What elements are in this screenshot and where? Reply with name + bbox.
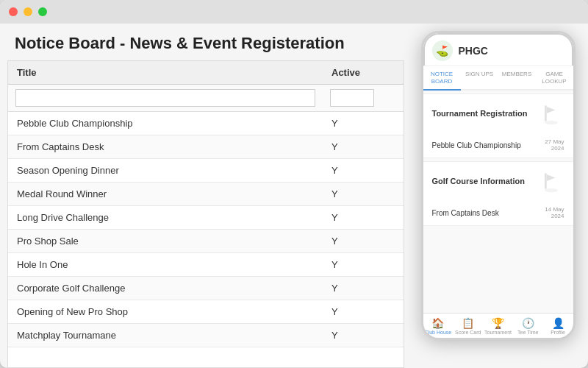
title-filter-input[interactable] — [15, 89, 315, 107]
golf-course-icon — [538, 168, 564, 194]
footer-score-card-label: Score Card — [455, 330, 481, 335]
row-title: Medal Round Winner — [8, 183, 323, 206]
phone-nav: NOTICEBOARD SIGN UPS MEMBERS GAMELOOKUP — [423, 66, 573, 91]
table-row[interactable]: Opening of New Pro Shop Y — [8, 300, 404, 324]
club-house-icon: 🏠 — [431, 318, 444, 328]
row-title: Opening of New Pro Shop — [8, 300, 323, 324]
table-row[interactable]: Hole In One Y — [8, 253, 404, 277]
col-title-header: Title — [8, 61, 323, 85]
captains-desk-date: 14 May2024 — [545, 206, 564, 219]
pebble-club-title: Pebble Club Championship — [432, 141, 521, 149]
row-title: Season Opening Dinner — [8, 159, 323, 183]
row-active: Y — [323, 183, 404, 206]
tournament-footer-icon: 🏆 — [492, 318, 504, 328]
svg-rect-2 — [545, 173, 547, 189]
row-active: Y — [323, 206, 404, 230]
svg-rect-0 — [545, 105, 547, 121]
footer-tournament[interactable]: 🏆 Tournament — [483, 318, 513, 335]
golf-course-section: Golf Course Information — [423, 161, 573, 200]
row-title: Hole In One — [8, 253, 323, 277]
table-row[interactable]: Corporate Golf Challenge Y — [8, 277, 404, 300]
footer-club-house[interactable]: 🏠 Club House — [423, 318, 453, 335]
row-title: From Captains Desk — [8, 135, 323, 159]
captains-desk-item[interactable]: From Captains Desk 14 May2024 — [423, 200, 573, 226]
row-title: Pebble Club Championship — [8, 112, 323, 135]
table-row[interactable]: Season Opening Dinner Y — [8, 159, 404, 183]
footer-tee-time[interactable]: 🕐 Tee Time — [513, 318, 543, 335]
phone-footer-nav: 🏠 Club House 📋 Score Card 🏆 Tournament 🕐… — [423, 313, 573, 338]
table-row[interactable]: Pro Shop Sale Y — [8, 230, 404, 253]
footer-tee-time-label: Tee Time — [517, 330, 538, 335]
row-title: Corporate Golf Challenge — [8, 277, 323, 300]
left-panel: Notice Board - News & Event Registeratio… — [0, 24, 412, 368]
footer-profile-label: Profile — [551, 330, 565, 335]
row-active: Y — [323, 159, 404, 183]
close-button[interactable] — [9, 7, 18, 16]
phone-mockup: ⛳ PHGC NOTICEBOARD SIGN UPS MEMBERS GAME… — [421, 31, 576, 340]
row-active: Y — [323, 230, 404, 253]
row-active: Y — [323, 324, 404, 347]
phone-app-name: PHGC — [459, 45, 488, 57]
profile-icon: 👤 — [552, 318, 564, 328]
footer-tournament-label: Tournament — [484, 330, 512, 335]
main-content: Notice Board - News & Event Registeratio… — [0, 24, 588, 368]
tournament-icon — [538, 100, 564, 127]
svg-point-3 — [545, 188, 558, 192]
app-logo: ⛳ — [432, 40, 453, 61]
captains-desk-title: From Captains Desk — [432, 209, 499, 217]
row-active: Y — [323, 300, 404, 324]
notice-board-table[interactable]: Title Active P — [7, 60, 404, 368]
footer-score-card[interactable]: 📋 Score Card — [453, 318, 483, 335]
table-row[interactable]: Pebble Club Championship Y — [8, 112, 404, 135]
row-active: Y — [323, 112, 404, 135]
svg-point-1 — [545, 121, 558, 124]
phone-body: Tournament Registration Pebble Club Cham… — [423, 91, 573, 313]
footer-club-house-label: Club House — [425, 330, 452, 335]
right-panel: ⛳ PHGC NOTICEBOARD SIGN UPS MEMBERS GAME… — [412, 24, 588, 368]
tee-time-icon: 🕐 — [522, 318, 534, 328]
col-active-header: Active — [323, 61, 404, 85]
table-row[interactable]: Matchplay Tournamane Y — [8, 324, 404, 347]
row-title: Pro Shop Sale — [8, 230, 323, 253]
pebble-club-date: 27 May2024 — [545, 138, 564, 152]
nav-members[interactable]: MEMBERS — [498, 66, 536, 89]
nav-notice-board[interactable]: NOTICEBOARD — [423, 66, 461, 91]
titlebar — [0, 0, 588, 24]
pebble-club-item[interactable]: Pebble Club Championship 27 May2024 — [423, 132, 573, 158]
active-filter-input[interactable] — [330, 89, 374, 107]
app-window: Notice Board - News & Event Registeratio… — [0, 0, 588, 368]
maximize-button[interactable] — [38, 7, 47, 16]
golf-course-label: Golf Course Information — [432, 177, 538, 185]
tournament-registration-label: Tournament Registration — [432, 109, 538, 118]
row-title: Matchplay Tournamane — [8, 324, 323, 347]
nav-sign-ups[interactable]: SIGN UPS — [461, 66, 498, 89]
table-row[interactable]: Medal Round Winner Y — [8, 183, 404, 206]
table-row[interactable]: From Captains Desk Y — [8, 135, 404, 159]
tournament-registration-section: Tournament Registration — [423, 93, 573, 132]
row-active: Y — [323, 253, 404, 277]
footer-profile[interactable]: 👤 Profile — [543, 318, 573, 335]
page-title: Notice Board - News & Event Registeratio… — [0, 24, 412, 60]
table-row[interactable]: Long Drive Challenge Y — [8, 206, 404, 230]
row-active: Y — [323, 135, 404, 159]
minimize-button[interactable] — [24, 7, 32, 16]
phone-header: ⛳ PHGC — [423, 33, 573, 66]
row-active: Y — [323, 277, 404, 300]
row-title: Long Drive Challenge — [8, 206, 323, 230]
nav-game-lookup[interactable]: GAMELOOKUP — [536, 66, 573, 89]
score-card-icon: 📋 — [462, 318, 474, 328]
